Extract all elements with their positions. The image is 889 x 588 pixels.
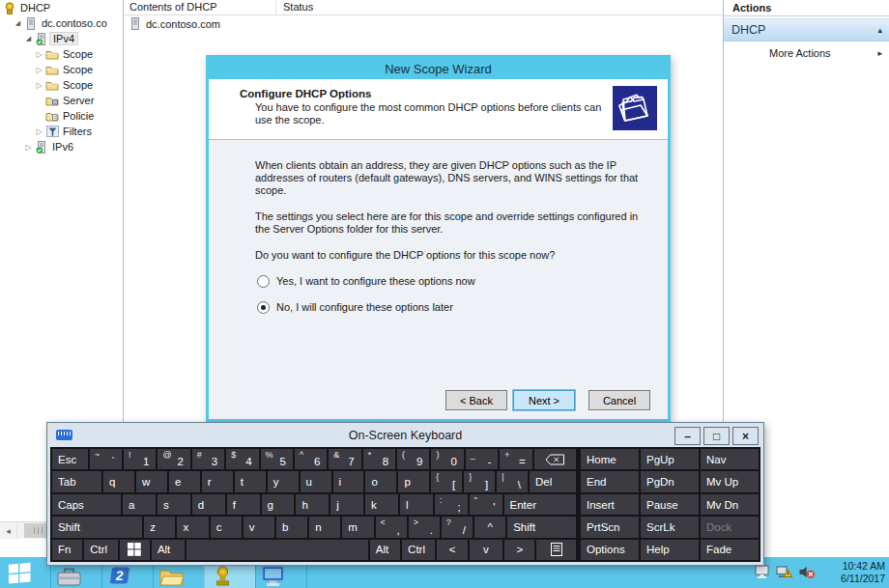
key-alt-right[interactable]: Alt <box>370 540 400 560</box>
key-pause[interactable]: Pause <box>641 494 699 515</box>
tree-item-ipv4[interactable]: ◢IPv4 <box>0 31 123 46</box>
key-4[interactable]: $4 <box>226 449 258 469</box>
key-caps[interactable]: Caps <box>52 494 121 515</box>
key-n[interactable]: n <box>309 517 340 537</box>
close-button[interactable]: × <box>732 427 759 445</box>
key-scrlk[interactable]: ScrLk <box>641 517 699 537</box>
key-ctrl-left[interactable]: Ctrl <box>84 540 117 560</box>
key-nav[interactable]: Nav <box>701 449 759 469</box>
key-fn[interactable]: Fn <box>52 540 82 560</box>
key-fade[interactable]: Fade <box>701 540 759 560</box>
key-semicolon[interactable]: :; <box>435 494 468 515</box>
key-x[interactable]: x <box>177 517 208 537</box>
actions-section-dhcp[interactable]: DHCP ▴ <box>724 18 889 42</box>
tree-item-policies[interactable]: Policie <box>0 108 123 124</box>
key-7[interactable]: &7 <box>329 449 360 469</box>
tree-item-scope-3[interactable]: ▷Scope <box>0 77 123 93</box>
collapsed-arrow-icon[interactable]: ▷ <box>23 143 34 152</box>
radio-configure-later[interactable]: No, I will configure these options later <box>257 301 629 314</box>
taskbar-clock[interactable]: 10:42 AM 6/11/2017 <box>819 560 885 585</box>
network-warning-icon[interactable] <box>776 565 793 581</box>
key-end[interactable]: End <box>581 471 639 491</box>
key-equals[interactable]: += <box>500 449 531 469</box>
key-p[interactable]: p <box>398 471 429 491</box>
key-pgdn[interactable]: PgDn <box>641 471 699 491</box>
column-status[interactable]: Status <box>283 1 313 13</box>
key-shift-left[interactable]: Shift <box>52 517 142 537</box>
key-right-arrow[interactable]: > <box>504 540 534 560</box>
key-0[interactable]: )0 <box>431 449 463 469</box>
key-left-arrow[interactable]: < <box>437 540 467 560</box>
volume-muted-icon[interactable] <box>798 565 816 581</box>
key-alt-left[interactable]: Alt <box>152 540 185 560</box>
key-comma[interactable]: <, <box>376 517 407 537</box>
list-item-dc-contoso[interactable]: dc.contoso.com <box>124 15 722 33</box>
key-m[interactable]: m <box>342 517 373 537</box>
key-insert[interactable]: Insert <box>581 494 639 515</box>
key-bracket-right[interactable]: }] <box>464 471 495 491</box>
key-mv-up[interactable]: Mv Up <box>701 471 759 491</box>
key-f[interactable]: f <box>227 494 260 515</box>
osk-title-bar[interactable]: On-Screen Keyboard –□× <box>47 423 763 447</box>
tree-item-scope-1[interactable]: ▷Scope <box>0 46 123 62</box>
more-actions-item[interactable]: More Actions ▸ <box>724 42 889 59</box>
key-esc[interactable]: Esc <box>52 449 88 469</box>
maximize-button[interactable]: □ <box>703 427 730 445</box>
radio-circle-yes[interactable] <box>257 275 270 288</box>
key-w[interactable]: w <box>136 471 167 491</box>
tree-item-filters[interactable]: ▷Filters <box>0 124 123 139</box>
wizard-title-bar[interactable]: New Scope Wizard <box>209 58 668 79</box>
key-shift-right[interactable]: Shift <box>507 517 576 537</box>
key-backquote[interactable]: ~` <box>90 449 122 469</box>
collapsed-arrow-icon[interactable]: ▷ <box>34 66 44 74</box>
key-i[interactable]: i <box>333 471 364 491</box>
key-tab[interactable]: Tab <box>52 471 101 491</box>
expanded-arrow-icon[interactable]: ◢ <box>13 19 23 27</box>
key-6[interactable]: ^6 <box>295 449 327 469</box>
back-button[interactable]: < Back <box>445 390 507 410</box>
key-enter[interactable]: Enter <box>504 494 576 515</box>
collapse-arrow-icon[interactable]: ▴ <box>877 25 882 35</box>
tree-item-dc-contoso-com[interactable]: ◢dc.contoso.co <box>0 15 123 31</box>
radio-configure-now[interactable]: Yes, I want to configure these options n… <box>257 275 629 288</box>
column-divider[interactable] <box>275 0 276 14</box>
tree-item-server-options[interactable]: Server <box>0 93 123 108</box>
key-slash[interactable]: ?/ <box>442 517 473 537</box>
key-j[interactable]: j <box>330 494 363 515</box>
key-z[interactable]: z <box>144 517 175 537</box>
expanded-arrow-icon[interactable]: ◢ <box>23 35 34 42</box>
key-5[interactable]: %5 <box>261 449 293 469</box>
collapsed-arrow-icon[interactable]: ▷ <box>34 127 44 136</box>
key-ctrl-right[interactable]: Ctrl <box>402 540 435 560</box>
key-help[interactable]: Help <box>641 540 699 560</box>
key-q[interactable]: q <box>103 471 134 491</box>
key-v[interactable]: v <box>244 517 274 537</box>
key-d[interactable]: d <box>192 494 225 515</box>
key-minus[interactable]: _- <box>466 449 498 469</box>
key-9[interactable]: (9 <box>397 449 429 469</box>
collapsed-arrow-icon[interactable]: ▷ <box>34 81 44 90</box>
key-o[interactable]: o <box>365 471 396 491</box>
collapsed-arrow-icon[interactable]: ▷ <box>34 50 44 59</box>
key-del[interactable]: Del <box>530 471 576 491</box>
tree-item-dhcp-root[interactable]: DHCP <box>0 0 123 15</box>
key-space[interactable] <box>186 540 368 560</box>
scroll-left-icon[interactable]: ◂ <box>0 522 17 539</box>
column-contents[interactable]: Contents of DHCP <box>129 1 216 13</box>
key-mv-dn[interactable]: Mv Dn <box>701 494 759 515</box>
key-t[interactable]: t <box>235 471 266 491</box>
key-2[interactable]: @2 <box>158 449 189 469</box>
tree-item-scope-2[interactable]: ▷Scope <box>0 62 123 77</box>
start-button[interactable] <box>7 561 32 586</box>
key-k[interactable]: k <box>365 494 398 515</box>
key-menu[interactable] <box>536 540 576 560</box>
tree-item-ipv6[interactable]: ▷IPv6 <box>0 139 123 154</box>
key-g[interactable]: g <box>262 494 295 515</box>
key-backslash[interactable]: |\ <box>497 471 528 491</box>
key-a[interactable]: a <box>123 494 156 515</box>
key-bracket-left[interactable]: {[ <box>431 471 462 491</box>
key-c[interactable]: c <box>211 517 242 537</box>
key-r[interactable]: r <box>202 471 233 491</box>
key-pgup[interactable]: PgUp <box>641 449 699 469</box>
key-1[interactable]: !1 <box>124 449 156 469</box>
